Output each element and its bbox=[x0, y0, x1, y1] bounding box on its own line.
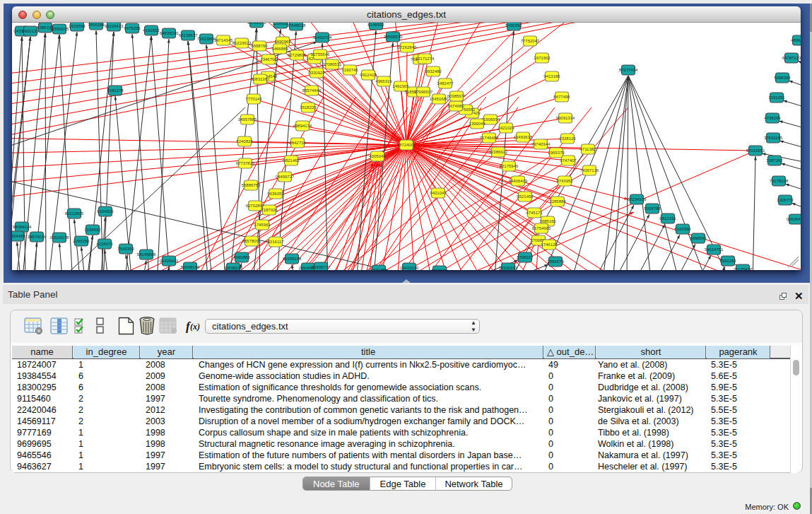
svg-text:97848018: 97848018 bbox=[287, 23, 306, 28]
svg-text:6998543: 6998543 bbox=[690, 236, 707, 240]
svg-text:64835030: 64835030 bbox=[160, 31, 179, 35]
svg-text:3285884: 3285884 bbox=[549, 199, 566, 204]
svg-text:1746120: 1746120 bbox=[541, 243, 558, 247]
svg-text:2328120: 2328120 bbox=[559, 136, 576, 141]
svg-text:4192832: 4192832 bbox=[143, 28, 160, 33]
svg-text:93103413: 93103413 bbox=[105, 24, 124, 28]
svg-text:65787133: 65787133 bbox=[782, 56, 801, 60]
svg-text:1671902: 1671902 bbox=[534, 56, 551, 60]
svg-text:34957885: 34957885 bbox=[238, 117, 257, 122]
svg-text:53755646: 53755646 bbox=[311, 52, 330, 57]
svg-text:4711382: 4711382 bbox=[580, 147, 597, 151]
svg-text:13493618: 13493618 bbox=[514, 135, 533, 139]
svg-text:3387262: 3387262 bbox=[766, 158, 783, 163]
svg-text:1824493: 1824493 bbox=[12, 234, 25, 238]
svg-text:60385977: 60385977 bbox=[447, 94, 466, 98]
svg-text:0330923: 0330923 bbox=[308, 71, 325, 75]
svg-text:7187026: 7187026 bbox=[261, 208, 278, 212]
svg-text:5430391: 5430391 bbox=[505, 23, 522, 28]
svg-text:5466889: 5466889 bbox=[271, 47, 288, 51]
svg-text:7770143: 7770143 bbox=[245, 97, 262, 101]
svg-text:3482477: 3482477 bbox=[437, 81, 454, 86]
svg-text:87234309: 87234309 bbox=[628, 197, 647, 201]
svg-text:73178108: 73178108 bbox=[770, 179, 789, 183]
svg-text:1326773: 1326773 bbox=[777, 198, 794, 202]
svg-text:1969379: 1969379 bbox=[548, 151, 565, 155]
svg-text:3518233: 3518233 bbox=[300, 105, 317, 110]
svg-text:77752047: 77752047 bbox=[521, 39, 540, 43]
svg-text:4966319: 4966319 bbox=[375, 79, 392, 83]
svg-text:6658760: 6658760 bbox=[251, 44, 268, 48]
svg-text:2260256: 2260256 bbox=[73, 239, 90, 243]
svg-text:3685160: 3685160 bbox=[539, 219, 556, 223]
svg-text:85574443: 85574443 bbox=[302, 88, 322, 93]
svg-text:5009788: 5009788 bbox=[644, 206, 661, 211]
svg-text:13433200: 13433200 bbox=[400, 266, 419, 270]
svg-text:82175946: 82175946 bbox=[500, 164, 519, 168]
svg-text:62729806: 62729806 bbox=[288, 53, 307, 57]
svg-text:4060883: 4060883 bbox=[233, 255, 250, 259]
svg-text:64139537: 64139537 bbox=[179, 33, 198, 37]
svg-text:28809570: 28809570 bbox=[384, 35, 403, 39]
svg-text:25135427: 25135427 bbox=[734, 267, 753, 270]
svg-text:80112805: 80112805 bbox=[65, 211, 84, 216]
svg-text:37996507: 37996507 bbox=[414, 90, 433, 94]
svg-text:34714345: 34714345 bbox=[214, 38, 233, 42]
svg-text:98084124: 98084124 bbox=[13, 225, 32, 229]
svg-text:4896383: 4896383 bbox=[791, 38, 801, 42]
svg-text:00524278: 00524278 bbox=[50, 235, 69, 240]
svg-text:76320163: 76320163 bbox=[499, 266, 518, 270]
svg-text:3158692: 3158692 bbox=[84, 228, 101, 232]
svg-text:57262849: 57262849 bbox=[398, 45, 417, 49]
svg-text:86578091: 86578091 bbox=[242, 239, 261, 243]
svg-text:65648236: 65648236 bbox=[224, 266, 243, 270]
svg-text:9413186: 9413186 bbox=[543, 74, 560, 78]
svg-text:74367136: 74367136 bbox=[580, 168, 599, 173]
svg-text:13171274: 13171274 bbox=[416, 57, 435, 61]
svg-text:4316117: 4316117 bbox=[268, 240, 285, 244]
svg-text:8708317: 8708317 bbox=[517, 255, 534, 259]
svg-text:67010651: 67010651 bbox=[746, 148, 765, 153]
svg-text:04499727: 04499727 bbox=[276, 175, 295, 179]
svg-text:2421024: 2421024 bbox=[498, 126, 514, 130]
svg-text:4005045: 4005045 bbox=[369, 154, 386, 158]
svg-text:7889579: 7889579 bbox=[547, 259, 564, 264]
svg-text:7182278: 7182278 bbox=[107, 88, 124, 93]
svg-text:4738299: 4738299 bbox=[764, 116, 781, 120]
svg-text:1491905: 1491905 bbox=[392, 84, 409, 88]
svg-text:55886753: 55886753 bbox=[242, 183, 261, 187]
svg-text:61595148: 61595148 bbox=[283, 257, 302, 261]
svg-text:0932480: 0932480 bbox=[425, 69, 442, 74]
svg-text:99091334: 99091334 bbox=[556, 116, 575, 120]
svg-text:8148932: 8148932 bbox=[367, 23, 384, 27]
svg-text:6475255: 6475255 bbox=[124, 26, 141, 30]
svg-text:7816184: 7816184 bbox=[88, 23, 105, 27]
svg-text:51462704: 51462704 bbox=[313, 35, 332, 40]
svg-text:18724007: 18724007 bbox=[397, 143, 416, 147]
svg-text:7543303: 7543303 bbox=[117, 247, 134, 251]
svg-text:9421047: 9421047 bbox=[430, 191, 447, 195]
svg-text:7346706: 7346706 bbox=[260, 57, 277, 62]
svg-text:(x): (x) bbox=[190, 322, 200, 332]
svg-text:02654235: 02654235 bbox=[50, 27, 69, 31]
svg-text:15451680: 15451680 bbox=[430, 97, 449, 101]
svg-text:7193745: 7193745 bbox=[341, 68, 358, 72]
svg-text:1031051: 1031051 bbox=[768, 95, 785, 100]
svg-text:9821465: 9821465 bbox=[283, 158, 300, 163]
svg-text:8721489: 8721489 bbox=[370, 268, 387, 270]
svg-text:81754965: 81754965 bbox=[532, 226, 551, 230]
svg-text:6690967: 6690967 bbox=[274, 40, 291, 44]
svg-text:4216073: 4216073 bbox=[96, 242, 113, 246]
svg-text:9636057: 9636057 bbox=[267, 192, 284, 196]
svg-text:9743953: 9743953 bbox=[556, 179, 573, 183]
svg-text:34624751: 34624751 bbox=[705, 247, 724, 252]
svg-text:17080531: 17080531 bbox=[323, 62, 342, 66]
svg-text:5098393: 5098393 bbox=[774, 76, 791, 80]
svg-text:5674680: 5674680 bbox=[447, 104, 464, 108]
svg-text:1615594: 1615594 bbox=[69, 24, 86, 28]
svg-text:9521456: 9521456 bbox=[517, 194, 534, 199]
svg-text:67737826: 67737826 bbox=[236, 161, 255, 165]
svg-text:71746488: 71746488 bbox=[480, 136, 499, 140]
svg-text:8677496: 8677496 bbox=[553, 95, 570, 99]
svg-text:7917693: 7917693 bbox=[431, 269, 448, 270]
